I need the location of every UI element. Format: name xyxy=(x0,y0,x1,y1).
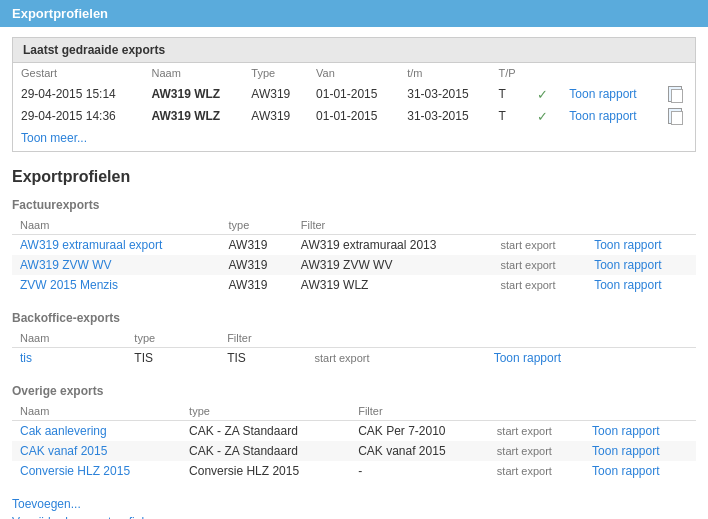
cell-type: TIS xyxy=(126,348,219,369)
cell-type: AW319 xyxy=(221,235,293,256)
subsection-title: Backoffice-exports xyxy=(12,311,696,325)
cell-type: CAK - ZA Standaard xyxy=(181,421,350,442)
cell-copy[interactable] xyxy=(660,105,695,127)
col-filter: Filter xyxy=(350,402,696,421)
subsection-title: Factuurexports xyxy=(12,198,696,212)
cell-toon-rapport[interactable]: Toon rapport xyxy=(586,275,696,295)
list-item: Cak aanlevering CAK - ZA Standaard CAK P… xyxy=(12,421,696,442)
cell-van: 01-01-2015 xyxy=(308,83,399,105)
col-toon xyxy=(561,63,659,83)
subsection-table: Naam type Filter tis TIS TIS start expor… xyxy=(12,329,696,368)
cell-gestart: 29-04-2015 14:36 xyxy=(13,105,144,127)
cell-type: AW319 xyxy=(243,83,308,105)
table-header-row: Naam type Filter xyxy=(12,329,696,348)
col-type: Type xyxy=(243,63,308,83)
cell-naam[interactable]: Conversie HLZ 2015 xyxy=(12,461,181,481)
table-row: 29-04-2015 15:14 AW319 WLZ AW319 01-01-2… xyxy=(13,83,695,105)
cell-filter: AW319 extramuraal 2013 xyxy=(293,235,493,256)
cell-toon-rapport[interactable]: Toon rapport xyxy=(586,255,696,275)
cell-filter: TIS xyxy=(219,348,306,369)
cell-start-export[interactable]: start export xyxy=(493,275,587,295)
bottom-links: Toevoegen... Verwijderde exportprofielen xyxy=(12,497,696,519)
verwijderd-link[interactable]: Verwijderde exportprofielen xyxy=(12,515,696,519)
page-header: Exportprofielen xyxy=(0,0,708,27)
cell-start-export[interactable]: start export xyxy=(493,235,587,256)
latest-exports-box: Laatst gedraaide exports Gestart Naam Ty… xyxy=(12,37,696,152)
col-naam: Naam xyxy=(12,402,181,421)
col-copy xyxy=(660,63,695,83)
latest-exports-table: Gestart Naam Type Van t/m T/P 29-04-2015… xyxy=(13,63,695,127)
cell-tm: 31-03-2015 xyxy=(399,83,490,105)
table-header-row: Naam type Filter xyxy=(12,216,696,235)
cell-toon-rapport[interactable]: Toon rapport xyxy=(584,441,696,461)
cell-naam: AW319 WLZ xyxy=(144,105,244,127)
cell-copy[interactable] xyxy=(660,83,695,105)
list-item: Conversie HLZ 2015 Conversie HLZ 2015 - … xyxy=(12,461,696,481)
cell-type: CAK - ZA Standaard xyxy=(181,441,350,461)
cell-filter: CAK Per 7-2010 xyxy=(350,421,489,442)
col-type: type xyxy=(181,402,350,421)
cell-start-export[interactable]: start export xyxy=(489,461,584,481)
table-row: 29-04-2015 14:36 AW319 WLZ AW319 01-01-2… xyxy=(13,105,695,127)
cell-tp: T xyxy=(490,83,529,105)
list-item: tis TIS TIS start export Toon rapport xyxy=(12,348,696,369)
col-filter: Filter xyxy=(219,329,696,348)
cell-naam[interactable]: CAK vanaf 2015 xyxy=(12,441,181,461)
col-filter: Filter xyxy=(293,216,696,235)
cell-van: 01-01-2015 xyxy=(308,105,399,127)
col-van: Van xyxy=(308,63,399,83)
col-check xyxy=(529,63,561,83)
cell-toon[interactable]: Toon rapport xyxy=(561,105,659,127)
cell-toon-rapport[interactable]: Toon rapport xyxy=(584,421,696,442)
cell-naam[interactable]: Cak aanlevering xyxy=(12,421,181,442)
subsection-factuurexports: Factuurexports Naam type Filter AW319 ex… xyxy=(12,198,696,295)
cell-toon-rapport[interactable]: Toon rapport xyxy=(584,461,696,481)
cell-naam[interactable]: AW319 ZVW WV xyxy=(12,255,221,275)
subsection-table: Naam type Filter Cak aanlevering CAK - Z… xyxy=(12,402,696,481)
cell-naam[interactable]: tis xyxy=(12,348,126,369)
list-item: ZVW 2015 Menzis AW319 AW319 WLZ start ex… xyxy=(12,275,696,295)
cell-toon-rapport[interactable]: Toon rapport xyxy=(486,348,696,369)
col-type: type xyxy=(221,216,293,235)
cell-tp: T xyxy=(490,105,529,127)
cell-check: ✓ xyxy=(529,83,561,105)
cell-type: AW319 xyxy=(221,255,293,275)
cell-tm: 31-03-2015 xyxy=(399,105,490,127)
list-item: CAK vanaf 2015 CAK - ZA Standaard CAK va… xyxy=(12,441,696,461)
cell-start-export[interactable]: start export xyxy=(307,348,486,369)
toevoegen-link[interactable]: Toevoegen... xyxy=(12,497,696,511)
cell-toon[interactable]: Toon rapport xyxy=(561,83,659,105)
col-tp: T/P xyxy=(490,63,529,83)
col-type: type xyxy=(126,329,219,348)
cell-gestart: 29-04-2015 15:14 xyxy=(13,83,144,105)
cell-type: AW319 xyxy=(243,105,308,127)
list-item: AW319 ZVW WV AW319 AW319 ZVW WV start ex… xyxy=(12,255,696,275)
subsection-title: Overige exports xyxy=(12,384,696,398)
col-naam: Naam xyxy=(144,63,244,83)
toon-meer-link[interactable]: Toon meer... xyxy=(13,127,695,151)
cell-filter: - xyxy=(350,461,489,481)
cell-start-export[interactable]: start export xyxy=(493,255,587,275)
cell-check: ✓ xyxy=(529,105,561,127)
cell-naam[interactable]: ZVW 2015 Menzis xyxy=(12,275,221,295)
list-item: AW319 extramuraal export AW319 AW319 ext… xyxy=(12,235,696,256)
subsection-overigeexports: Overige exports Naam type Filter Cak aan… xyxy=(12,384,696,481)
cell-filter: CAK vanaf 2015 xyxy=(350,441,489,461)
col-naam: Naam xyxy=(12,216,221,235)
col-naam: Naam xyxy=(12,329,126,348)
cell-filter: AW319 WLZ xyxy=(293,275,493,295)
cell-start-export[interactable]: start export xyxy=(489,441,584,461)
exportprofielen-title: Exportprofielen xyxy=(12,168,696,186)
cell-toon-rapport[interactable]: Toon rapport xyxy=(586,235,696,256)
cell-naam[interactable]: AW319 extramuraal export xyxy=(12,235,221,256)
table-header-row: Gestart Naam Type Van t/m T/P xyxy=(13,63,695,83)
subsection-backofficeexports: Backoffice-exports Naam type Filter tis … xyxy=(12,311,696,368)
cell-naam: AW319 WLZ xyxy=(144,83,244,105)
cell-filter: AW319 ZVW WV xyxy=(293,255,493,275)
subsections-container: Factuurexports Naam type Filter AW319 ex… xyxy=(12,198,696,481)
cell-start-export[interactable]: start export xyxy=(489,421,584,442)
table-header-row: Naam type Filter xyxy=(12,402,696,421)
latest-exports-header: Laatst gedraaide exports xyxy=(13,38,695,63)
copy-icon[interactable] xyxy=(668,108,682,124)
copy-icon[interactable] xyxy=(668,86,682,102)
